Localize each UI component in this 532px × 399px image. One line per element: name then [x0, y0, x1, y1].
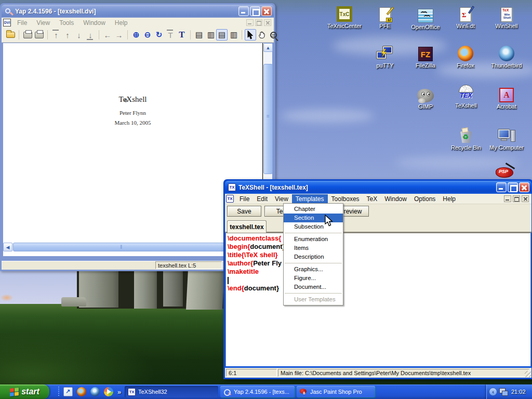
- menu-edit[interactable]: Edit: [253, 194, 271, 204]
- single-page-icon[interactable]: ▤: [193, 29, 205, 41]
- desktop-icon-thunderbird[interactable]: Thunderbird: [486, 44, 527, 69]
- menu-tex[interactable]: TeX: [363, 194, 381, 204]
- yap-mdi-restore-icon[interactable]: [255, 19, 262, 26]
- media-player-icon[interactable]: [104, 387, 113, 396]
- thunderbird-quicklaunch-icon[interactable]: [90, 387, 100, 396]
- texshell-close-button[interactable]: [519, 182, 529, 192]
- desktop-icon-texniccenter[interactable]: TxC TeXnicCenter: [324, 4, 365, 29]
- desktop-icon-openoffice[interactable]: OpenOffice: [405, 5, 446, 30]
- dvi-doc-title: TeXshell: [3, 95, 262, 104]
- menu-help[interactable]: Help: [439, 194, 459, 204]
- menu-item-enumeration[interactable]: Enumeration: [284, 235, 343, 244]
- psp-label: PSP: [499, 169, 508, 174]
- menu-file[interactable]: File: [236, 194, 253, 204]
- ruler-tool-icon[interactable]: T: [165, 29, 176, 41]
- show-desktop-icon[interactable]: [63, 387, 73, 396]
- forward-icon[interactable]: →: [113, 29, 125, 41]
- first-page-icon[interactable]: ↑: [50, 29, 62, 41]
- desktop-icon-my-computer[interactable]: My Computer: [486, 126, 527, 151]
- last-page-icon[interactable]: ↓: [85, 29, 96, 41]
- editor-line: \documentclass{: [228, 234, 281, 243]
- open-file-icon[interactable]: [5, 29, 16, 41]
- desktop-icon-winedt[interactable]: Σ WinEdt: [445, 4, 486, 29]
- menu-item-figure[interactable]: Figure...: [284, 274, 343, 283]
- tray-hide-icons-chevron[interactable]: ‹: [489, 388, 497, 396]
- yap-menu-view[interactable]: View: [32, 19, 55, 27]
- firefox-quicklaunch-icon[interactable]: [77, 387, 86, 396]
- texshell-maximize-button[interactable]: [508, 182, 518, 192]
- desktop-icon-filezilla[interactable]: FZ FileZilla: [405, 44, 446, 69]
- desktop-icon-firefox[interactable]: Firefox: [445, 44, 486, 69]
- yap-mdi-close-icon[interactable]: [264, 19, 271, 26]
- yap-menu-tools[interactable]: Tools: [55, 19, 78, 27]
- refresh-icon[interactable]: ↻: [153, 29, 165, 41]
- texshell-icon: TEX: [457, 85, 475, 101]
- texshell-titlebar[interactable]: TX TeXShell - [texshell.tex]: [225, 181, 531, 194]
- print-setup-icon[interactable]: [33, 29, 45, 41]
- zoom-out-icon[interactable]: ⊖: [142, 29, 153, 41]
- menu-item-document[interactable]: Document...: [284, 283, 343, 291]
- texniccenter-icon: TxC: [337, 6, 352, 22]
- openoffice-icon: [418, 9, 433, 23]
- save-button[interactable]: Save: [227, 206, 261, 217]
- taskbar-button-texshell[interactable]: TX TeXShell32: [125, 386, 218, 397]
- menu-item-user-templates: User Templates: [284, 295, 343, 304]
- menu-item-graphics[interactable]: Graphics...: [284, 265, 343, 274]
- desktop-icon-gimp[interactable]: GIMP: [405, 85, 446, 110]
- yap-menu-window[interactable]: Window: [78, 19, 110, 27]
- yap-menu-help[interactable]: Help: [110, 19, 132, 27]
- desktop-icon-recycle-bin[interactable]: ♻ Recycle Bin: [446, 126, 486, 151]
- mdi-restore-icon[interactable]: [513, 195, 520, 202]
- menu-separator: [285, 233, 342, 233]
- menu-options[interactable]: Options: [410, 194, 439, 204]
- yap-close-button[interactable]: [261, 6, 272, 16]
- pointer-tool-icon[interactable]: [245, 29, 256, 41]
- start-button[interactable]: start: [0, 384, 49, 399]
- menu-item-section[interactable]: Section: [284, 214, 343, 222]
- taskbar-button-paintshoppro[interactable]: Jasc Paint Shop Pro: [297, 386, 375, 397]
- texshell-editor[interactable]: \documentclass{ \begin{document} \title{…: [225, 233, 531, 366]
- taskbar-button-yap[interactable]: Yap 2.4.1596 - [texs...: [220, 386, 295, 397]
- menu-item-description[interactable]: Description: [284, 252, 343, 261]
- resize-grip[interactable]: [525, 371, 531, 377]
- quicklaunch-overflow-chevron[interactable]: »: [117, 388, 121, 396]
- continuous-page-icon[interactable]: ▤: [216, 29, 228, 41]
- menu-item-subsection[interactable]: Subsection: [284, 222, 343, 231]
- menu-view[interactable]: View: [271, 194, 292, 204]
- yap-minimize-button[interactable]: [238, 6, 249, 16]
- zoom-in-icon[interactable]: ⊕: [130, 29, 142, 41]
- menu-item-chapter[interactable]: Chapter: [284, 205, 343, 214]
- yap-mdi-minimize-icon[interactable]: [246, 19, 254, 26]
- desktop-icon-putty[interactable]: puTTY: [365, 44, 405, 69]
- menu-templates[interactable]: Templates: [292, 194, 328, 204]
- network-tray-icon[interactable]: [499, 388, 508, 396]
- desktop-icon-winshell[interactable]: TeX Win Shell WinShell: [486, 4, 527, 29]
- desktop-icon-texshell[interactable]: TEX TeXshell: [446, 84, 486, 109]
- yap-document-icon: DVI: [3, 19, 11, 26]
- previous-page-icon[interactable]: ↑: [62, 29, 73, 41]
- next-page-icon[interactable]: ↓: [73, 29, 85, 41]
- text-tool-icon[interactable]: T: [176, 29, 188, 41]
- menu-toolboxes[interactable]: Toolboxes: [328, 194, 363, 204]
- yap-hscroll-thumb[interactable]: [13, 243, 231, 251]
- yap-menu-file[interactable]: File: [12, 19, 32, 27]
- tab-texshell-tex[interactable]: texshell.tex: [227, 220, 267, 233]
- continuous-facing-icon[interactable]: ▥: [228, 29, 239, 41]
- facing-pages-icon[interactable]: ▥: [205, 29, 216, 41]
- yap-vscroll-thumb[interactable]: [263, 64, 273, 174]
- print-icon[interactable]: [22, 29, 33, 41]
- menu-item-items[interactable]: Items: [284, 244, 343, 252]
- texshell-minimize-button[interactable]: [496, 182, 507, 192]
- menu-window[interactable]: Window: [381, 194, 410, 204]
- scroll-left-icon[interactable]: ◀: [3, 243, 12, 251]
- hand-tool-icon[interactable]: [256, 29, 268, 41]
- mdi-minimize-icon[interactable]: [504, 195, 511, 202]
- yap-titlebar[interactable]: Yap 2.4.1596 - [texshell.dvi]: [2, 5, 274, 18]
- yap-maximize-button[interactable]: [250, 6, 260, 16]
- desktop-icon-acrobat[interactable]: A Acrobat: [486, 85, 527, 110]
- magnifier-icon[interactable]: [268, 29, 279, 41]
- back-icon[interactable]: ←: [102, 29, 113, 41]
- desktop-icon-pfe[interactable]: 32 PFE: [365, 4, 405, 29]
- scroll-up-icon[interactable]: ▲: [263, 43, 273, 52]
- mdi-close-icon[interactable]: [522, 195, 529, 202]
